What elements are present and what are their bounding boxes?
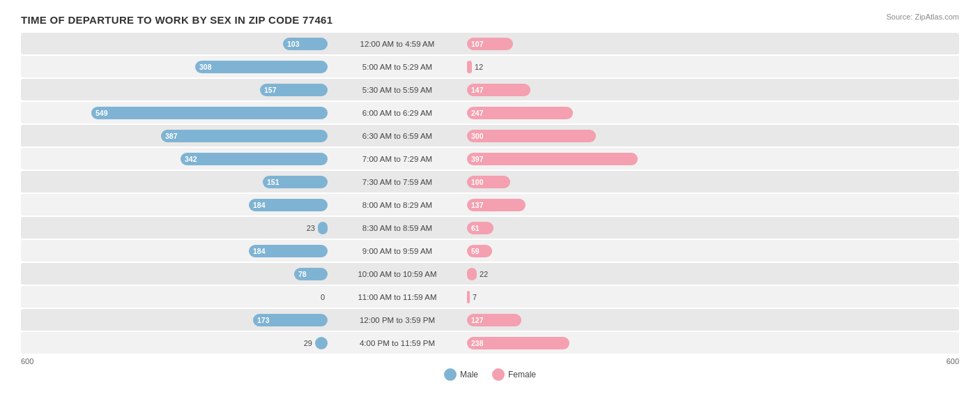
left-section: 103 — [21, 33, 328, 54]
male-value: 29 — [304, 339, 312, 347]
legend-male-color — [444, 368, 457, 381]
legend-male: Male — [444, 368, 478, 381]
female-bar: 137 — [467, 199, 526, 211]
male-value-inside: 308 — [195, 63, 216, 71]
male-bar: 342 — [181, 153, 328, 165]
female-value-inside: 397 — [467, 155, 488, 163]
time-label: 11:00 AM to 11:59 AM — [328, 293, 467, 301]
female-bar: 107 — [467, 38, 513, 50]
time-label: 12:00 PM to 3:59 PM — [328, 316, 467, 324]
female-bar: 397 — [467, 153, 638, 165]
right-section: 397 — [467, 148, 959, 169]
time-label: 10:00 AM to 10:59 AM — [328, 270, 467, 278]
male-value-inside: 157 — [260, 86, 281, 94]
time-label: 6:30 AM to 6:59 AM — [328, 132, 467, 140]
male-value-inside: 173 — [253, 316, 274, 324]
legend-female-label: Female — [508, 370, 536, 379]
left-section: 387 — [21, 125, 328, 146]
left-section: 173 — [21, 309, 328, 331]
male-value-inside: 151 — [263, 178, 284, 186]
male-bar — [318, 222, 328, 234]
female-bar: 127 — [467, 314, 521, 326]
left-section: 308 — [21, 56, 328, 77]
left-section: 78 — [21, 263, 328, 285]
male-value-inside: 387 — [161, 132, 182, 140]
female-value-inside: 61 — [467, 224, 484, 232]
right-section: 61 — [467, 217, 959, 239]
female-bar: 300 — [467, 130, 596, 142]
chart-row: 5496:00 AM to 6:29 AM247 — [21, 102, 959, 123]
chart-row: 3427:00 AM to 7:29 AM397 — [21, 148, 959, 169]
male-bar: 103 — [283, 38, 328, 50]
source-label: Source: ZipAtlas.com — [886, 13, 959, 21]
male-value-inside: 184 — [249, 201, 270, 209]
left-section: 549 — [21, 102, 328, 123]
male-value-inside: 78 — [294, 270, 311, 278]
time-label: 8:00 AM to 8:29 AM — [328, 201, 467, 209]
legend: Male Female — [21, 368, 959, 381]
chart-row: 1517:30 AM to 7:59 AM100 — [21, 171, 959, 193]
axis-row: 600 600 — [21, 357, 959, 365]
female-value-inside: 59 — [467, 247, 484, 255]
chart-row: 1848:00 AM to 8:29 AM137 — [21, 194, 959, 216]
female-value-inside: 247 — [467, 109, 488, 117]
left-section: 151 — [21, 171, 328, 193]
legend-male-label: Male — [460, 370, 478, 379]
time-label: 7:00 AM to 7:29 AM — [328, 155, 467, 163]
female-bar: 238 — [467, 337, 569, 349]
chart-row: 7810:00 AM to 10:59 AM22 — [21, 263, 959, 285]
male-bar: 173 — [253, 314, 328, 326]
right-section: 247 — [467, 102, 959, 123]
female-value-inside: 300 — [467, 132, 488, 140]
time-label: 8:30 AM to 8:59 AM — [328, 224, 467, 232]
right-section: 147 — [467, 79, 959, 100]
chart-row: 011:00 AM to 11:59 AM7 — [21, 286, 959, 308]
left-section: 184 — [21, 194, 328, 216]
bars-area: 10312:00 AM to 4:59 AM1073085:00 AM to 5… — [21, 33, 959, 354]
female-value: 22 — [480, 270, 488, 278]
chart-title: TIME OF DEPARTURE TO WORK BY SEX IN ZIP … — [21, 14, 959, 26]
male-value-inside: 184 — [249, 247, 270, 255]
female-value: 12 — [475, 63, 483, 71]
female-bar: 59 — [467, 245, 492, 257]
female-value-inside: 147 — [467, 86, 488, 94]
left-section: 0 — [21, 286, 328, 308]
male-value: 23 — [307, 224, 315, 232]
time-label: 6:00 AM to 6:29 AM — [328, 109, 467, 117]
female-bar: 147 — [467, 84, 530, 96]
male-bar: 78 — [294, 268, 328, 280]
female-value-inside: 100 — [467, 178, 488, 186]
male-value-inside: 342 — [181, 155, 201, 163]
left-section: 184 — [21, 240, 328, 262]
chart-row: 10312:00 AM to 4:59 AM107 — [21, 33, 959, 54]
right-section: 300 — [467, 125, 959, 146]
right-section: 12 — [467, 56, 959, 77]
female-value-inside: 238 — [467, 339, 488, 347]
axis-left: 600 — [21, 357, 33, 365]
axis-right: 600 — [947, 357, 959, 365]
female-value: 7 — [473, 293, 477, 301]
male-bar: 549 — [91, 107, 328, 119]
right-section: 238 — [467, 332, 959, 354]
female-bar: 61 — [467, 222, 493, 234]
time-label: 5:30 AM to 5:59 AM — [328, 86, 467, 94]
chart-row: 3085:00 AM to 5:29 AM12 — [21, 56, 959, 77]
male-value: 0 — [321, 293, 325, 301]
male-bar: 308 — [195, 61, 328, 73]
female-bar: 100 — [467, 176, 510, 188]
time-label: 12:00 AM to 4:59 AM — [328, 40, 467, 48]
female-value-inside: 137 — [467, 201, 488, 209]
legend-female-color — [492, 368, 505, 381]
right-section: 127 — [467, 309, 959, 331]
left-section: 23 — [21, 217, 328, 239]
time-label: 9:00 AM to 9:59 AM — [328, 247, 467, 255]
female-bar — [467, 291, 470, 303]
female-bar: 247 — [467, 107, 573, 119]
male-bar: 184 — [249, 245, 328, 257]
chart-row: 1575:30 AM to 5:59 AM147 — [21, 79, 959, 100]
right-section: 100 — [467, 171, 959, 193]
chart-row: 238:30 AM to 8:59 AM61 — [21, 217, 959, 239]
chart-row: 3876:30 AM to 6:59 AM300 — [21, 125, 959, 146]
male-value-inside: 103 — [283, 40, 304, 48]
time-label: 5:00 AM to 5:29 AM — [328, 63, 467, 71]
